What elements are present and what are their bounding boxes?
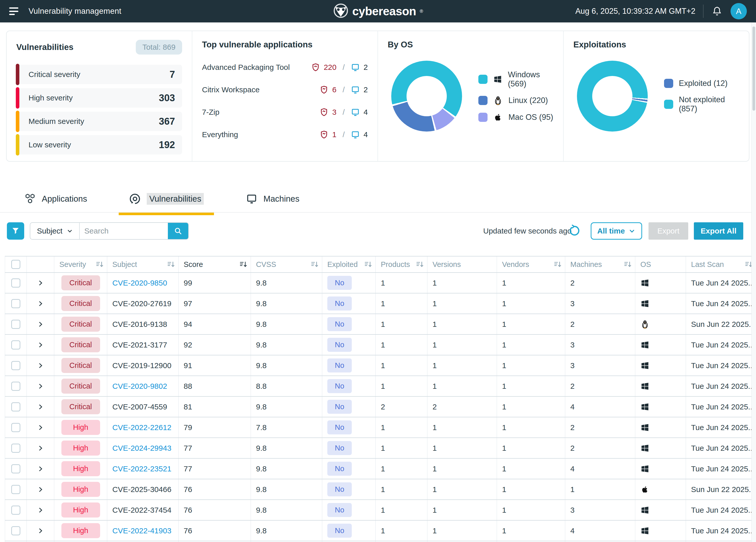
- cve-link[interactable]: CVE-2020-9802: [112, 382, 167, 391]
- row-checkbox[interactable]: [11, 506, 20, 515]
- expand-row-chevron-icon[interactable]: [37, 383, 44, 390]
- sort-icon[interactable]: [311, 260, 319, 268]
- sort-icon[interactable]: [167, 260, 175, 268]
- expand-row-chevron-icon[interactable]: [37, 321, 44, 328]
- vendors-cell: 1: [497, 294, 565, 314]
- column-header-last_scan[interactable]: Last Scan: [686, 256, 756, 272]
- machines-cell: 2: [565, 376, 635, 396]
- cve-link[interactable]: CVE-2022-23521: [112, 465, 171, 473]
- cve-link[interactable]: CVE-2020-9850: [112, 279, 167, 287]
- vendors-cell: 1: [497, 273, 565, 293]
- row-checkbox[interactable]: [11, 361, 20, 370]
- legend-item[interactable]: Not exploited (857): [664, 95, 739, 113]
- scrollbar-thumb[interactable]: [752, 26, 755, 111]
- expand-row-chevron-icon[interactable]: [37, 465, 44, 472]
- tab-applications[interactable]: Applications: [18, 189, 93, 215]
- tab-vulnerabilities[interactable]: Vulnerabilities: [123, 189, 210, 215]
- column-header-vendors[interactable]: Vendors: [497, 256, 565, 272]
- row-checkbox[interactable]: [11, 299, 20, 308]
- expand-row-chevron-icon[interactable]: [37, 486, 44, 493]
- expand-row-chevron-icon[interactable]: [37, 341, 44, 349]
- row-checkbox[interactable]: [11, 423, 20, 432]
- cve-link[interactable]: CVE-2022-22612: [112, 423, 171, 432]
- expand-row-chevron-icon[interactable]: [37, 445, 44, 452]
- owl-logo-icon: [333, 3, 349, 20]
- legend-item[interactable]: Linux (220): [478, 96, 554, 105]
- column-header-subject[interactable]: Subject: [107, 256, 178, 272]
- cve-text: CVE-2025-30466: [112, 485, 171, 494]
- windows-icon: [640, 361, 650, 370]
- app-machine-count: 4: [363, 130, 368, 139]
- expand-row-chevron-icon[interactable]: [37, 403, 44, 411]
- current-datetime: Aug 6, 2025, 10:39:32 AM GMT+2: [575, 7, 695, 16]
- refresh-icon[interactable]: [568, 224, 581, 237]
- row-checkbox[interactable]: [11, 382, 20, 391]
- sort-icon[interactable]: [364, 260, 372, 268]
- row-checkbox[interactable]: [11, 402, 20, 412]
- windows-icon: [640, 402, 650, 412]
- user-avatar[interactable]: A: [731, 3, 747, 19]
- export-all-button[interactable]: Export All: [694, 222, 743, 239]
- select-all-checkbox[interactable]: [11, 260, 20, 269]
- by-os-panel: By OS Windows (569) Linux (220) Mac OS (…: [377, 31, 563, 161]
- column-header-versions[interactable]: Versions: [427, 256, 497, 272]
- row-checkbox[interactable]: [11, 444, 20, 453]
- row-checkbox[interactable]: [11, 320, 20, 329]
- sort-icon[interactable]: [239, 260, 248, 268]
- column-header-cvss[interactable]: CVSS: [251, 256, 322, 272]
- row-checkbox[interactable]: [11, 279, 20, 288]
- column-header-exploited[interactable]: Exploited: [322, 256, 375, 272]
- last-scan-cell: Tue Jun 24 2025...: [686, 273, 756, 293]
- sort-icon[interactable]: [554, 260, 562, 268]
- hamburger-menu-icon[interactable]: [9, 6, 20, 16]
- sort-icon[interactable]: [624, 260, 632, 268]
- cve-link[interactable]: CVE-2024-29943: [112, 444, 171, 453]
- table-row: High CVE-2022-22612 79 7.8 No 1 1 1 2 Tu…: [5, 417, 756, 438]
- notifications-bell-icon[interactable]: [711, 5, 723, 17]
- last-scan-cell: Tue Jun 24 2025...: [686, 294, 756, 314]
- search-button[interactable]: [168, 223, 188, 239]
- cve-link[interactable]: CVE-2022-41903: [112, 526, 171, 535]
- expand-row-chevron-icon[interactable]: [37, 507, 44, 514]
- row-checkbox[interactable]: [11, 526, 20, 535]
- legend-color-swatch: [478, 96, 488, 105]
- score-cell: 77: [178, 459, 251, 479]
- row-checkbox[interactable]: [11, 485, 20, 494]
- cvss-cell: 7.8: [251, 417, 322, 438]
- column-header-score[interactable]: Score: [178, 256, 251, 272]
- search-input[interactable]: [80, 227, 168, 235]
- filter-button[interactable]: [7, 222, 24, 239]
- severity-row-count: 7: [170, 69, 175, 80]
- time-range-dropdown[interactable]: All time: [591, 222, 642, 239]
- machines-cell: 3: [565, 335, 635, 355]
- expand-row-chevron-icon[interactable]: [37, 424, 44, 431]
- last-scan-cell: Tue Jun 24 2025...: [686, 355, 756, 376]
- column-header-severity[interactable]: Severity: [54, 256, 107, 272]
- sort-icon[interactable]: [416, 260, 424, 268]
- tab-machines[interactable]: Machines: [239, 189, 305, 215]
- sort-icon[interactable]: [96, 260, 104, 268]
- os-cell: [635, 376, 686, 396]
- subject-field-dropdown[interactable]: Subject: [30, 223, 79, 239]
- column-header-machines[interactable]: Machines: [565, 256, 635, 272]
- cvss-cell: 9.8: [251, 397, 322, 417]
- severity-badge: High: [61, 503, 100, 518]
- expand-row-chevron-icon[interactable]: [37, 280, 44, 287]
- row-checkbox[interactable]: [11, 340, 20, 350]
- expand-row-chevron-icon[interactable]: [37, 300, 44, 307]
- severity-badge: Critical: [61, 379, 100, 394]
- row-checkbox[interactable]: [11, 464, 20, 473]
- legend-item[interactable]: Mac OS (95): [478, 112, 554, 122]
- legend-item[interactable]: Exploited (12): [664, 79, 739, 88]
- column-header-os[interactable]: OS: [635, 256, 686, 272]
- expand-row-chevron-icon[interactable]: [37, 527, 44, 534]
- severity-badge: Critical: [61, 296, 100, 311]
- machines-cell: 2: [565, 438, 635, 458]
- expand-row-chevron-icon[interactable]: [37, 362, 44, 369]
- legend-item[interactable]: Windows (569): [478, 70, 554, 88]
- severity-badge: High: [61, 482, 100, 497]
- column-header-products[interactable]: Products: [375, 256, 427, 272]
- topbar-divider: [703, 5, 704, 18]
- by-os-donut-chart: [391, 61, 462, 131]
- table-row: Critical CVE-2020-9850 99 9.8 No 1 1 1 2…: [5, 273, 756, 294]
